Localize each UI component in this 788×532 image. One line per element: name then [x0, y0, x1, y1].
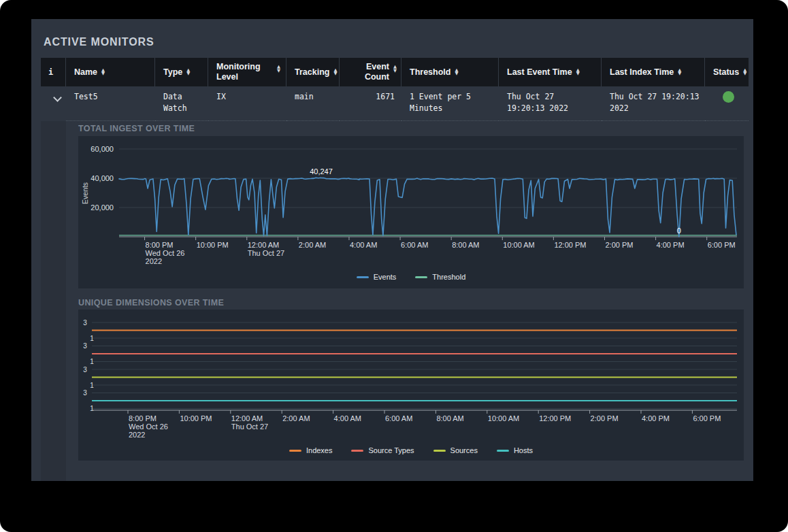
svg-text:12:00 PM: 12:00 PM: [539, 414, 571, 422]
threshold-line-swatch-icon: [415, 276, 427, 278]
svg-text:Thu Oct 27: Thu Oct 27: [248, 249, 284, 257]
svg-text:2:00 AM: 2:00 AM: [299, 241, 326, 249]
table-header-row: i Name ▲▼ Type ▲▼ Monitoring Level ▲▼ Tr…: [41, 58, 749, 86]
events-line-swatch-icon: [357, 276, 369, 278]
svg-text:4:00 AM: 4:00 AM: [350, 241, 377, 249]
svg-text:2022: 2022: [129, 431, 145, 439]
legend-item-events[interactable]: Events: [357, 273, 397, 281]
svg-text:40,000: 40,000: [91, 174, 114, 182]
svg-text:8:00 AM: 8:00 AM: [452, 241, 479, 249]
legend-item-source-types[interactable]: Source Types: [351, 446, 414, 454]
column-header-tracking[interactable]: Tracking ▲▼: [286, 58, 340, 86]
sort-icon[interactable]: ▲▼: [678, 69, 681, 76]
sort-icon[interactable]: ▲▼: [333, 69, 337, 76]
cell-last-index-time: Thu Oct 27 19:20:13 2022: [602, 86, 705, 121]
column-header-threshold[interactable]: Threshold ▲▼: [401, 58, 499, 86]
sources-line-swatch-icon: [433, 450, 446, 452]
cell-tracking: main: [286, 86, 340, 121]
svg-text:2:00 PM: 2:00 PM: [591, 414, 619, 422]
svg-text:Events: Events: [81, 182, 89, 204]
column-header-name[interactable]: Name ▲▼: [66, 58, 155, 86]
column-header-last-event-time[interactable]: Last Event Time ▲▼: [499, 58, 602, 86]
expanded-row-gutter: [41, 121, 66, 481]
svg-text:2022: 2022: [146, 257, 162, 265]
svg-text:6:00 AM: 6:00 AM: [401, 241, 428, 249]
legend-item-hosts[interactable]: Hosts: [497, 446, 533, 454]
svg-text:6:00 PM: 6:00 PM: [693, 414, 721, 422]
svg-text:60,000: 60,000: [91, 145, 114, 153]
sort-icon[interactable]: ▲▼: [455, 69, 458, 76]
svg-text:2:00 AM: 2:00 AM: [282, 414, 310, 422]
indexes-line-swatch-icon: [289, 450, 301, 452]
column-header-status[interactable]: Status ▲▼: [705, 58, 749, 86]
svg-text:1: 1: [90, 335, 94, 342]
ingest-chart-legend: Events Threshold: [78, 269, 744, 284]
svg-text:3: 3: [83, 389, 87, 397]
svg-text:4:00 PM: 4:00 PM: [657, 241, 685, 249]
cell-event-count: 1671: [340, 86, 401, 121]
column-header-info: i: [41, 58, 66, 86]
sort-icon[interactable]: ▲▼: [743, 69, 746, 76]
svg-text:0: 0: [677, 227, 681, 235]
column-header-type[interactable]: Type ▲▼: [155, 58, 208, 86]
sort-icon[interactable]: ▲▼: [277, 65, 280, 73]
legend-item-indexes[interactable]: Indexes: [289, 446, 333, 454]
column-header-monitoring-level[interactable]: Monitoring Level ▲▼: [208, 58, 286, 86]
svg-text:12:00 AM: 12:00 AM: [231, 414, 263, 422]
table-row[interactable]: Test5 Data Watch IX main 1671 1 Event pe…: [41, 86, 749, 121]
source-types-line-swatch-icon: [351, 450, 363, 452]
svg-text:10:00 PM: 10:00 PM: [180, 414, 212, 422]
dimensions-chart-panel: 313131318:00 PMWed Oct 26202210:00 PM12:…: [78, 310, 744, 461]
screenshot-canvas: ACTIVE MONITORS i Name ▲▼ Type ▲▼ Monito…: [0, 0, 788, 532]
status-badge-green-icon: [723, 91, 734, 103]
cell-type: Data Watch: [155, 86, 208, 121]
svg-text:4:00 AM: 4:00 AM: [334, 414, 361, 422]
legend-item-sources[interactable]: Sources: [433, 446, 478, 454]
ingest-chart[interactable]: 20,00040,00060,000Events8:00 PMWed Oct 2…: [78, 136, 744, 269]
svg-text:2:00 PM: 2:00 PM: [605, 241, 633, 249]
svg-text:8:00 PM: 8:00 PM: [146, 241, 174, 249]
legend-item-threshold[interactable]: Threshold: [415, 273, 465, 281]
row-expand-cell[interactable]: [41, 86, 66, 121]
column-header-last-index-time[interactable]: Last Index Time ▲▼: [602, 58, 705, 86]
sort-icon[interactable]: ▲▼: [393, 65, 397, 73]
svg-text:12:00 AM: 12:00 AM: [248, 241, 279, 249]
cell-monitoring-level: IX: [208, 86, 286, 121]
dimensions-chart[interactable]: 313131318:00 PMWed Oct 26202210:00 PM12:…: [78, 310, 744, 443]
active-monitors-table: i Name ▲▼ Type ▲▼ Monitoring Level ▲▼ Tr…: [41, 58, 749, 121]
dimensions-chart-title: UNIQUE DIMENSIONS OVER TIME: [78, 298, 224, 307]
dashboard-panel: ACTIVE MONITORS i Name ▲▼ Type ▲▼ Monito…: [31, 19, 753, 481]
svg-text:6:00 AM: 6:00 AM: [385, 414, 412, 422]
svg-text:8:00 AM: 8:00 AM: [436, 414, 463, 422]
column-header-event-count[interactable]: Event Count ▲▼: [340, 58, 401, 86]
svg-text:1: 1: [90, 382, 94, 389]
svg-text:1: 1: [90, 405, 94, 412]
svg-text:8:00 PM: 8:00 PM: [129, 414, 157, 422]
svg-text:10:00 PM: 10:00 PM: [197, 241, 229, 249]
svg-text:3: 3: [83, 342, 87, 350]
svg-text:1: 1: [90, 358, 94, 365]
svg-text:4:00 PM: 4:00 PM: [642, 414, 670, 422]
svg-text:3: 3: [83, 319, 87, 327]
svg-text:10:00 AM: 10:00 AM: [503, 241, 534, 249]
chevron-down-icon[interactable]: [53, 93, 62, 102]
svg-text:40,247: 40,247: [310, 167, 333, 176]
ingest-chart-title: TOTAL INGEST OVER TIME: [78, 124, 195, 133]
page-title: ACTIVE MONITORS: [44, 36, 154, 48]
cell-last-event-time: Thu Oct 27 19:20:13 2022: [499, 86, 602, 121]
sort-icon[interactable]: ▲▼: [101, 69, 105, 76]
svg-text:Wed Oct 26: Wed Oct 26: [129, 422, 168, 431]
dimensions-chart-legend: Indexes Source Types Sources Hosts: [78, 443, 744, 458]
svg-text:20,000: 20,000: [91, 203, 114, 212]
svg-text:6:00 PM: 6:00 PM: [708, 241, 736, 249]
sort-icon[interactable]: ▲▼: [576, 69, 580, 76]
cell-status: [705, 86, 749, 121]
svg-text:12:00 PM: 12:00 PM: [554, 241, 586, 249]
hosts-line-swatch-icon: [497, 450, 509, 452]
sort-icon[interactable]: ▲▼: [186, 69, 190, 76]
svg-text:Thu Oct 27: Thu Oct 27: [231, 422, 268, 431]
ingest-chart-panel: 20,00040,00060,000Events8:00 PMWed Oct 2…: [78, 136, 744, 288]
cell-name: Test5: [66, 86, 155, 121]
svg-text:10:00 AM: 10:00 AM: [488, 414, 519, 422]
svg-text:3: 3: [83, 366, 87, 373]
